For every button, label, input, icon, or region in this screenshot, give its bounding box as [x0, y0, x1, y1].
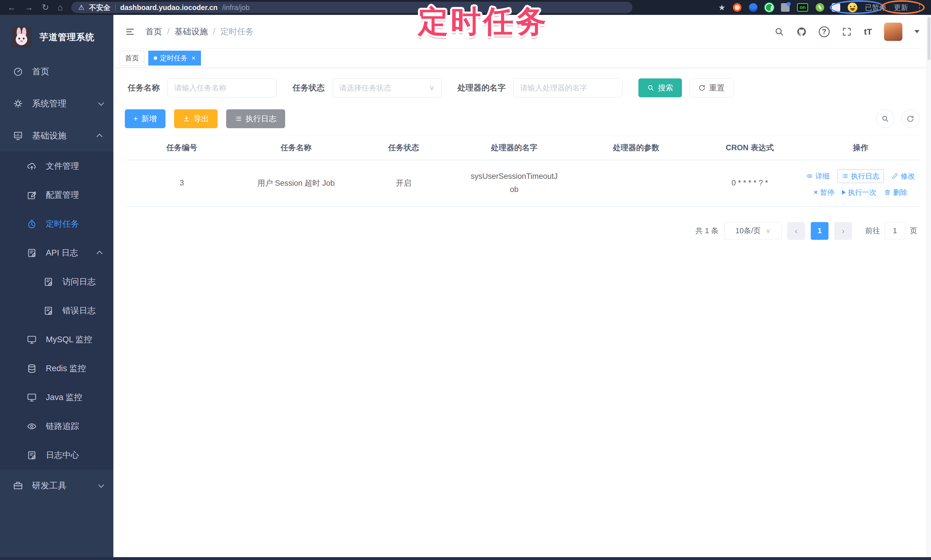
paused-badge: 已暂停: [865, 3, 886, 12]
next-page-button[interactable]: ›: [834, 222, 852, 240]
chevron-down-icon: [98, 482, 104, 488]
breadcrumb-home[interactable]: 首页: [145, 26, 162, 37]
goto-page-input[interactable]: [885, 222, 905, 240]
document-icon: [43, 305, 54, 316]
font-size-icon[interactable]: tT: [864, 27, 872, 37]
reset-button[interactable]: 重置: [689, 78, 734, 97]
sidebar-item-scheduled-tasks[interactable]: 定时任务: [0, 209, 113, 238]
browser-menu-icon[interactable]: ⋮: [916, 3, 923, 12]
table-toolbar: + 新增 导出 执行日志: [125, 109, 920, 128]
cell-task-id: 3: [125, 160, 239, 206]
exec-log-button[interactable]: 执行日志: [226, 109, 285, 128]
goto-label: 前往: [865, 226, 880, 236]
app-logo-row[interactable]: 芋道管理系统: [0, 19, 113, 55]
sidebar-item-access-logs[interactable]: 访问日志: [0, 267, 113, 296]
toggle-search-button[interactable]: [876, 109, 894, 128]
pencil-icon: [891, 172, 899, 179]
sidebar-item-redis-monitor[interactable]: Redis 监控: [0, 354, 113, 383]
avatar-caret-icon[interactable]: [914, 30, 920, 33]
scrollbar-thumb[interactable]: [928, 17, 930, 60]
task-status-select[interactable]: 请选择任务状态 ∨: [332, 78, 441, 97]
task-name-input[interactable]: [167, 78, 277, 97]
sidebar-item-label: 链路追踪: [46, 421, 79, 432]
breadcrumb-infrastructure[interactable]: 基础设施: [175, 26, 208, 37]
delete-link[interactable]: 删除: [884, 188, 908, 197]
extensions-puzzle-icon[interactable]: [832, 3, 840, 12]
sidebar-item-error-logs[interactable]: 错误日志: [0, 296, 113, 325]
run-once-link[interactable]: 执行一次: [842, 188, 877, 197]
extension-green-icon[interactable]: [765, 3, 774, 12]
page-size-select[interactable]: 10条/页 ∨: [724, 222, 781, 240]
extension-leaf-icon[interactable]: [815, 3, 824, 12]
sidebar-item-dev-tools[interactable]: 研发工具: [0, 469, 113, 502]
breadcrumb-separator: /: [167, 27, 170, 36]
sidebar-item-infrastructure[interactable]: 基础设施: [0, 120, 113, 152]
sidebar-item-label: 首页: [32, 66, 49, 78]
pause-link[interactable]: × 暂停: [814, 188, 834, 197]
sidebar-item-label: 文件管理: [46, 160, 79, 172]
tag-home[interactable]: 首页: [120, 51, 144, 66]
cell-handler-name: sysUserSessionTimeoutJob: [454, 160, 574, 206]
app-title: 芋道管理系统: [40, 31, 94, 43]
gauge-icon: [12, 66, 23, 77]
sidebar-item-label: 配置管理: [46, 189, 79, 201]
refresh-button[interactable]: [901, 109, 920, 128]
extension-orange-icon[interactable]: [733, 3, 741, 12]
help-icon[interactable]: ?: [819, 26, 830, 37]
pause-link-label: 暂停: [820, 188, 834, 197]
prev-page-button[interactable]: ‹: [787, 222, 805, 240]
exec-log-button-label: 执行日志: [246, 114, 277, 124]
tampermonkey-emoji-icon[interactable]: [848, 3, 857, 12]
hamburger-icon[interactable]: [125, 27, 135, 37]
cell-actions: 详细 执行日志 修改: [802, 160, 920, 206]
tag-scheduled-tasks[interactable]: 定时任务 ×: [148, 51, 201, 66]
sidebar-item-java-monitor[interactable]: Java 监控: [0, 383, 113, 412]
sidebar-item-trace[interactable]: 链路追踪: [0, 412, 113, 441]
update-button[interactable]: 更新: [894, 3, 908, 12]
export-button[interactable]: 导出: [174, 109, 217, 128]
extension-on-badge[interactable]: on: [797, 3, 808, 12]
handler-name-input[interactable]: [513, 78, 623, 97]
current-page-button[interactable]: 1: [811, 222, 829, 240]
pagination: 共 1 条 10条/页 ∨ ‹ 1 › 前往 页: [125, 222, 920, 240]
sidebar-item-log-center[interactable]: 日志中心: [0, 441, 113, 469]
browser-back-icon[interactable]: ←: [8, 3, 16, 12]
sidebar-item-api-logs[interactable]: API 日志: [0, 238, 113, 267]
sidebar-item-mysql-monitor[interactable]: MySQL 监控: [0, 325, 113, 354]
browser-forward-icon[interactable]: →: [25, 3, 33, 12]
close-icon[interactable]: ×: [191, 54, 196, 62]
sidebar-item-label: 系统管理: [32, 98, 66, 109]
sidebar-item-file-management[interactable]: 文件管理: [0, 152, 113, 180]
cloud-upload-icon: [26, 161, 37, 172]
sidebar-item-label: API 日志: [46, 247, 78, 259]
app-logo-rabbit-avatar: [11, 27, 32, 48]
browser-toolbar-right: ★ on 已暂停 更新 ⋮: [718, 3, 923, 12]
sidebar-item-label: 研发工具: [32, 480, 66, 492]
exec-log-link-label: 执行日志: [851, 171, 880, 181]
search-icon[interactable]: [774, 27, 785, 37]
detail-link[interactable]: 详细: [806, 171, 830, 181]
reset-button-label: 重置: [709, 83, 724, 93]
sidebar-item-label: 基础设施: [32, 130, 66, 142]
fullscreen-icon[interactable]: [842, 27, 852, 37]
sidebar-item-system-management[interactable]: 系统管理: [0, 88, 113, 120]
browser-reload-icon[interactable]: ↻: [42, 3, 49, 12]
add-button[interactable]: + 新增: [125, 109, 165, 128]
bookmark-star-icon[interactable]: ★: [718, 3, 726, 12]
sidebar-item-config-management[interactable]: 配置管理: [0, 180, 113, 209]
github-icon[interactable]: [797, 27, 807, 37]
list-icon: [842, 172, 849, 179]
browser-scrollbar[interactable]: [927, 15, 931, 560]
detail-link-label: 详细: [815, 171, 830, 181]
sidebar-item-home[interactable]: 首页: [0, 55, 113, 88]
extension-blue-icon[interactable]: [749, 3, 757, 12]
security-label[interactable]: 不安全: [89, 3, 111, 12]
search-button[interactable]: 搜索: [638, 78, 682, 97]
modify-link[interactable]: 修改: [891, 171, 915, 181]
exec-log-link[interactable]: 执行日志: [837, 169, 884, 183]
extension-grid-icon[interactable]: [781, 3, 789, 12]
column-header-handler-params: 处理器的参数: [574, 136, 698, 160]
jobs-table: 任务编号 任务名称 任务状态 处理器的名字 处理器的参数 CRON 表达式 操作…: [125, 135, 920, 206]
browser-home-icon[interactable]: ⌂: [57, 3, 63, 12]
user-avatar[interactable]: [884, 23, 902, 41]
